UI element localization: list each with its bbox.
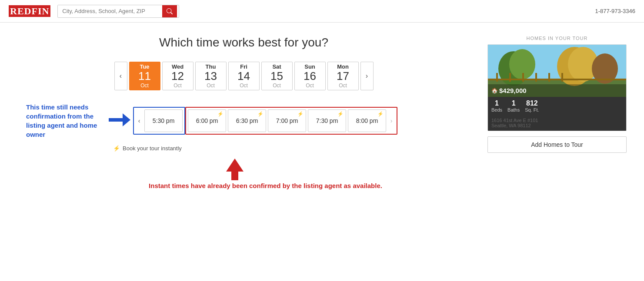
instant-annotation-row: Instant times have already been confirme… bbox=[17, 159, 470, 190]
property-stats: 1 Beds 1 Baths 812 Sq. Ft. bbox=[488, 97, 626, 115]
up-arrow-icon bbox=[226, 159, 244, 180]
month-1: Oct bbox=[174, 83, 182, 89]
day-num-0: 11 bbox=[138, 70, 151, 83]
month-6: Oct bbox=[339, 83, 347, 89]
search-icon bbox=[167, 8, 173, 14]
time-slot-3[interactable]: ⚡ 7:30 pm bbox=[308, 109, 346, 132]
header: REDFIN 1-877-973-3346 bbox=[0, 0, 644, 23]
up-arrow-container bbox=[226, 159, 244, 182]
svg-rect-14 bbox=[535, 73, 537, 82]
calendar-day-6[interactable]: Mon 17 Oct bbox=[327, 62, 359, 90]
svg-rect-12 bbox=[509, 73, 511, 82]
calendar-day-5[interactable]: Sun 16 Oct bbox=[294, 62, 326, 90]
day-name-6: Mon bbox=[337, 63, 349, 70]
svg-rect-0 bbox=[109, 118, 123, 122]
calendar-strip: ‹ Tue 11 Oct Wed 12 Oct Thu 13 Oct Fri 1… bbox=[17, 62, 470, 90]
calendar-day-2[interactable]: Thu 13 Oct bbox=[195, 62, 227, 90]
annotation-text: This time still needs confirmation from … bbox=[26, 103, 97, 138]
annotation-arrow bbox=[109, 113, 130, 128]
main-content: Which time works best for you? ‹ Tue 11 … bbox=[0, 23, 644, 203]
property-price: $429,000 bbox=[499, 87, 527, 94]
calendar-day-1[interactable]: Wed 12 Oct bbox=[162, 62, 194, 90]
day-num-3: 14 bbox=[237, 70, 250, 83]
search-button[interactable] bbox=[162, 5, 177, 17]
time-prev-button[interactable]: ‹ bbox=[135, 117, 143, 124]
svg-marker-2 bbox=[226, 159, 244, 180]
right-arrow-icon bbox=[109, 113, 130, 126]
address-line2: Seattle, WA 98112 bbox=[491, 123, 623, 128]
sqft-value: 812 bbox=[526, 99, 538, 107]
homes-in-tour-label: HOMES IN YOUR TOUR bbox=[487, 36, 627, 41]
address-line1: 1616 41st Ave E #101 bbox=[491, 118, 623, 123]
svg-rect-11 bbox=[496, 73, 498, 82]
svg-rect-15 bbox=[548, 73, 550, 82]
month-4: Oct bbox=[273, 83, 281, 89]
lightning-book-icon: ⚡ bbox=[113, 145, 120, 152]
month-2: Oct bbox=[207, 83, 215, 89]
svg-rect-16 bbox=[561, 73, 563, 82]
time-slot-0[interactable]: ⚡ 6:00 pm bbox=[188, 109, 226, 132]
book-note: ⚡ Book your tour instantly bbox=[113, 145, 470, 152]
day-name-3: Fri bbox=[240, 63, 247, 70]
day-name-1: Wed bbox=[172, 63, 184, 70]
lightning-icon-0: ⚡ bbox=[217, 111, 224, 117]
sqft-label: Sq. Ft. bbox=[525, 107, 539, 112]
annotation-left: This time still needs confirmation from … bbox=[26, 102, 109, 139]
beds-label: Beds bbox=[491, 107, 502, 112]
phone-number: 1-877-973-3346 bbox=[595, 8, 635, 14]
lightning-icon-4: ⚡ bbox=[377, 111, 384, 117]
baths-label: Baths bbox=[507, 107, 520, 112]
day-num-4: 15 bbox=[270, 70, 283, 83]
day-num-5: 16 bbox=[304, 70, 316, 83]
day-num-6: 17 bbox=[337, 70, 349, 83]
day-name-5: Sun bbox=[304, 63, 315, 70]
right-section: HOMES IN YOUR TOUR bbox=[487, 36, 627, 190]
calendar-day-4[interactable]: Sat 15 Oct bbox=[261, 62, 293, 90]
baths-value: 1 bbox=[512, 99, 516, 107]
svg-marker-1 bbox=[123, 113, 130, 126]
time-slot-1[interactable]: ⚡ 6:30 pm bbox=[228, 109, 266, 132]
day-name-2: Thu bbox=[206, 63, 216, 70]
day-num-1: 12 bbox=[171, 70, 184, 83]
svg-rect-13 bbox=[522, 73, 524, 82]
beds-stat: 1 Beds bbox=[491, 99, 502, 112]
calendar-day-3[interactable]: Fri 14 Oct bbox=[228, 62, 260, 90]
time-slot-2[interactable]: ⚡ 7:00 pm bbox=[268, 109, 306, 132]
day-num-2: 13 bbox=[204, 70, 217, 83]
lightning-icon-2: ⚡ bbox=[297, 111, 304, 117]
instant-confirmed-text-container: Instant times have already been confirme… bbox=[61, 182, 470, 190]
month-0: Oct bbox=[140, 83, 149, 89]
calendar-day-0[interactable]: Tue 11 Oct bbox=[129, 62, 160, 90]
search-input[interactable] bbox=[58, 5, 162, 17]
add-homes-button[interactable]: Add Homes to Tour bbox=[487, 136, 627, 153]
property-image-overlay: 🏠 $429,000 bbox=[488, 84, 626, 97]
time-next-button[interactable]: › bbox=[387, 117, 396, 124]
calendar-next-button[interactable]: › bbox=[360, 62, 374, 90]
property-image: 🏠 $429,000 bbox=[488, 45, 626, 97]
confirm-slot-container: ‹ 5:30 pm bbox=[133, 107, 185, 135]
calendar-prev-button[interactable]: ‹ bbox=[114, 62, 127, 90]
lightning-icon-3: ⚡ bbox=[337, 111, 344, 117]
redfin-logo: REDFIN bbox=[9, 6, 50, 17]
instant-slots-container: ⚡ 6:00 pm ⚡ 6:30 pm ⚡ 7:00 pm ⚡ 7:30 pm … bbox=[185, 107, 397, 135]
property-type-icon: 🏠 bbox=[491, 88, 498, 94]
lightning-icon-1: ⚡ bbox=[257, 111, 264, 117]
left-section: Which time works best for you? ‹ Tue 11 … bbox=[17, 36, 470, 190]
time-slot-confirm[interactable]: 5:30 pm bbox=[144, 109, 183, 132]
sqft-stat: 812 Sq. Ft. bbox=[525, 99, 539, 112]
search-bar[interactable] bbox=[57, 5, 179, 18]
beds-value: 1 bbox=[495, 99, 499, 107]
month-3: Oct bbox=[240, 83, 248, 89]
book-instantly-text: Book your tour instantly bbox=[123, 145, 182, 152]
day-name-4: Sat bbox=[272, 63, 281, 70]
baths-stat: 1 Baths bbox=[507, 99, 520, 112]
instant-confirmed-text: Instant times have already been confirme… bbox=[149, 182, 382, 189]
property-address: 1616 41st Ave E #101 Seattle, WA 98112 bbox=[488, 115, 626, 131]
property-card: 🏠 $429,000 1 Beds 1 Baths 812 Sq. Ft. bbox=[487, 44, 627, 131]
time-slot-4[interactable]: ⚡ 8:00 pm bbox=[348, 109, 386, 132]
month-5: Oct bbox=[306, 83, 314, 89]
svg-rect-10 bbox=[488, 79, 626, 80]
day-name-0: Tue bbox=[140, 63, 149, 70]
page-title: Which time works best for you? bbox=[17, 36, 470, 50]
